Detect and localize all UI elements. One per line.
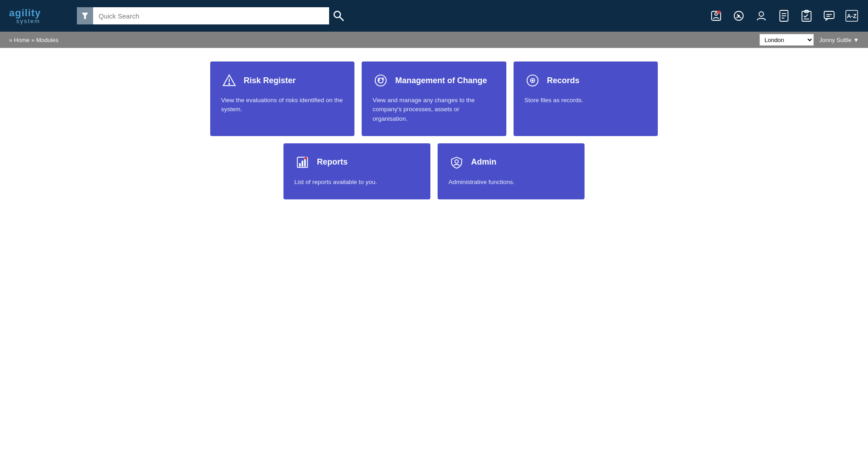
svg-point-1 [334,11,340,18]
records-desc: Store files as records. [524,96,647,105]
svg-marker-0 [82,13,88,19]
logo[interactable]: agility system [9,8,68,24]
az-icon[interactable]: A-Z [844,9,859,23]
search-input[interactable] [93,7,329,24]
svg-point-30 [532,80,533,81]
risk-register-desc: View the evaluations of risks identified… [221,96,344,114]
search-container [77,7,348,24]
management-of-change-icon [373,72,389,89]
management-of-change-title: Management of Change [395,76,487,85]
module-risk-register[interactable]: Risk Register View the evaluations of ri… [210,61,354,136]
svg-line-2 [340,17,344,21]
main-content: Risk Register View the evaluations of ri… [0,48,868,458]
svg-rect-18 [824,11,834,19]
gauge-icon[interactable] [731,9,746,23]
reports-icon [294,154,311,170]
svg-rect-33 [302,161,303,166]
risk-register-icon [221,72,237,89]
chat-icon[interactable] [822,9,836,23]
records-title: Records [547,76,580,85]
module-management-of-change[interactable]: Management of Change View and manage any… [362,61,506,136]
breadcrumb-prefix: » [9,37,14,43]
header: agility system ! [0,0,868,32]
management-of-change-desc: View and manage any changes to the compa… [373,96,495,123]
logo-system: system [16,18,41,24]
location-select[interactable]: LondonNew YorkParisBerlin [760,34,814,46]
svg-text:A-Z: A-Z [847,13,857,19]
breadcrumb-bar: » Home » Modules LondonNew YorkParisBerl… [0,32,868,48]
svg-point-26 [375,75,386,86]
svg-point-9 [738,15,740,17]
reports-title: Reports [317,157,348,167]
search-button[interactable] [329,10,348,22]
svg-point-4 [715,13,717,15]
module-reports[interactable]: Reports List of reports available to you… [283,143,430,199]
badge-icon[interactable]: ! [709,9,723,23]
svg-rect-32 [299,163,301,167]
svg-rect-34 [304,159,306,166]
breadcrumb-modules: Modules [36,37,58,43]
header-icons: ! [709,9,859,23]
document-icon[interactable] [777,9,791,23]
admin-title: Admin [471,157,496,167]
records-icon [524,72,541,89]
risk-register-title: Risk Register [244,76,296,85]
svg-point-35 [305,157,307,160]
breadcrumb-home[interactable]: Home [14,37,30,43]
admin-icon [448,154,465,170]
module-records[interactable]: Records Store files as records. [514,61,658,136]
modules-row-2: Reports List of reports available to you… [210,143,658,199]
user-name[interactable]: Jonny Suttle ▼ [819,37,859,43]
search-filter-button[interactable] [77,7,93,24]
checklist-icon[interactable] [799,9,814,23]
svg-point-25 [229,83,230,84]
reports-desc: List of reports available to you. [294,178,420,187]
module-admin[interactable]: Admin Administrative functions. [438,143,585,199]
person-icon[interactable] [754,9,769,23]
breadcrumb-right: LondonNew YorkParisBerlin Jonny Suttle ▼ [760,34,859,46]
svg-point-10 [759,12,764,16]
svg-point-36 [455,160,458,163]
breadcrumb: » Home » Modules [9,37,58,43]
breadcrumb-sep: » [30,37,36,43]
admin-desc: Administrative functions. [448,178,574,187]
modules-row-1: Risk Register View the evaluations of ri… [210,61,658,136]
logo-agility: agility [9,8,41,18]
